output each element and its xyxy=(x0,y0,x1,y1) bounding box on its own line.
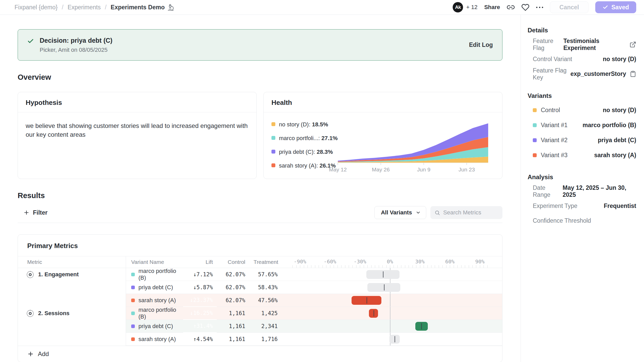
control-cell: 62.07% xyxy=(217,294,248,307)
collaborators-overflow[interactable]: + 12 xyxy=(466,4,477,11)
treatment-value: 57.65% xyxy=(258,271,278,278)
breadcrumb-project[interactable]: Fixpanel {demo} xyxy=(15,4,58,11)
decision-byline: Picker, Amit on 08/05/2025 xyxy=(40,47,113,53)
metrics-table-header: Metric Variant Name Lift Control Treatme… xyxy=(18,256,502,268)
detail-value: exp_customerStory xyxy=(570,70,636,77)
control-value: 1,161 xyxy=(229,336,245,342)
variant-row: Variant #3sarah story (A) xyxy=(528,148,636,163)
column-control: Control xyxy=(217,256,248,268)
more-options-icon[interactable] xyxy=(536,7,543,8)
saved-button[interactable]: Saved xyxy=(595,1,636,13)
variant-name: priya debt (C) xyxy=(138,284,173,291)
variant-cell: marco portfolio (B) xyxy=(126,307,183,320)
column-lift: Lift xyxy=(183,256,217,268)
decision-banner: Decision: priya debt (C) Picker, Amit on… xyxy=(18,29,502,61)
legend-label: priya debt (C): 28.3% xyxy=(279,149,333,155)
favorite-heart-icon[interactable] xyxy=(521,3,529,11)
ci-chart-cell xyxy=(280,281,502,294)
variants-dropdown[interactable]: All Variants xyxy=(374,206,426,219)
legend-swatch-icon xyxy=(271,163,275,167)
axis-tick-label: 30% xyxy=(415,258,425,265)
column-metric: Metric xyxy=(18,256,126,268)
variant-swatch-icon xyxy=(131,312,135,315)
detail-label: Feature Flag Key xyxy=(528,67,570,81)
axis-tick-label: 0% xyxy=(387,258,393,265)
treatment-cell: 2,341 xyxy=(248,320,280,333)
analysis-value: Frequentist xyxy=(604,202,636,209)
metric-cell: 2. Sessions xyxy=(18,307,126,346)
control-cell: 62.07% xyxy=(217,268,248,281)
metric-link[interactable]: 1. Engagement xyxy=(18,268,126,281)
control-value: 62.07% xyxy=(226,297,245,303)
results-divider xyxy=(18,223,502,223)
ci-mean-tick xyxy=(367,297,367,303)
ci-axis-ruler: -90%-60%-30%0%30%60%90% xyxy=(280,256,502,268)
variant-key-label: Variant #3 xyxy=(541,152,568,159)
control-value: 1,161 xyxy=(229,310,245,316)
lift-value: ↓23.37% xyxy=(190,297,213,303)
breadcrumb-experiments[interactable]: Experiments xyxy=(68,4,101,11)
details-row: Feature Flag Keyexp_customerStory xyxy=(528,67,636,81)
ci-mean-tick xyxy=(374,310,374,316)
column-variant: Variant Name xyxy=(126,256,183,268)
detail-value-text: exp_customerStory xyxy=(570,70,626,77)
variant-row: Variant #1marco portfolio (B) xyxy=(528,118,636,133)
metric-goal-icon xyxy=(27,271,34,278)
variant-row: Variant #2priya debt (C) xyxy=(528,133,636,148)
treatment-value: 1,716 xyxy=(261,336,278,342)
axis-tick-label: -60% xyxy=(324,258,336,265)
copy-link-icon[interactable] xyxy=(507,3,515,11)
lift-cell: ↑31.4% xyxy=(183,320,217,333)
edit-log-button[interactable]: Edit Log xyxy=(469,41,493,48)
lift-value: ↓16.25% xyxy=(190,310,213,316)
plus-icon xyxy=(23,209,30,216)
treatment-cell: 57.65% xyxy=(248,268,280,281)
variant-cell: priya debt (C) xyxy=(126,281,183,294)
lift-value: ↑4.54% xyxy=(193,336,213,342)
cancel-button[interactable]: Cancel xyxy=(550,1,589,13)
variant-swatch-icon xyxy=(131,273,135,276)
lift-cell: ↓16.25% xyxy=(183,307,217,320)
clipboard-icon[interactable] xyxy=(630,71,636,77)
zero-axis-line xyxy=(390,307,390,320)
variant-swatch-icon xyxy=(131,286,135,289)
add-filter-button[interactable]: Filter xyxy=(18,209,47,216)
variant-row: Controlno story (D) xyxy=(528,103,636,118)
health-card: Health no story (D): 18.5%marco portfoli… xyxy=(263,92,502,179)
search-icon xyxy=(435,209,440,216)
analysis-label: Experiment Type xyxy=(528,202,577,209)
share-button[interactable]: Share xyxy=(484,4,500,11)
ci-mean-tick xyxy=(395,336,395,342)
control-value: 62.07% xyxy=(226,284,245,291)
metric-link[interactable]: 2. Sessions xyxy=(18,307,126,320)
variant-value: marco portfolio (B) xyxy=(583,122,636,129)
lift-value: ↓7.12% xyxy=(193,271,213,278)
health-area-chart: May 12May 26Jun 9Jun 23 xyxy=(327,118,499,179)
column-treatment: Treatment xyxy=(248,256,280,268)
control-value: 62.07% xyxy=(226,271,245,278)
primary-metrics-title: Primary Metrics xyxy=(18,235,502,256)
metric-goal-icon xyxy=(27,310,34,317)
variant-swatch-icon xyxy=(533,123,537,127)
variant-swatch-icon xyxy=(131,324,135,328)
legend-swatch-icon xyxy=(271,150,275,154)
treatment-cell: 1,425 xyxy=(248,307,280,320)
treatment-cell: 1,716 xyxy=(248,333,280,346)
decision-check-icon xyxy=(27,38,34,45)
external-link-icon[interactable] xyxy=(629,41,636,48)
ci-chart-cell xyxy=(280,320,502,333)
details-sidebar: Details Feature FlagTestimonials Experim… xyxy=(521,15,644,362)
saved-label: Saved xyxy=(611,4,629,11)
saved-check-icon xyxy=(603,4,608,10)
x-axis-label: Jun 9 xyxy=(417,166,430,172)
lift-value: ↓5.87% xyxy=(193,284,213,291)
zero-axis-line xyxy=(390,294,390,307)
variant-value: priya debt (C) xyxy=(598,137,636,144)
detail-value[interactable]: Testimonials Experiment xyxy=(563,38,636,52)
variant-cell: marco portfolio (B) xyxy=(126,268,183,281)
variant-swatch-icon xyxy=(533,153,537,157)
search-metrics-input[interactable] xyxy=(443,209,498,216)
avatar[interactable]: Ak xyxy=(453,2,463,12)
add-metric-button[interactable]: Add xyxy=(18,346,502,362)
ci-mean-tick xyxy=(384,284,384,291)
